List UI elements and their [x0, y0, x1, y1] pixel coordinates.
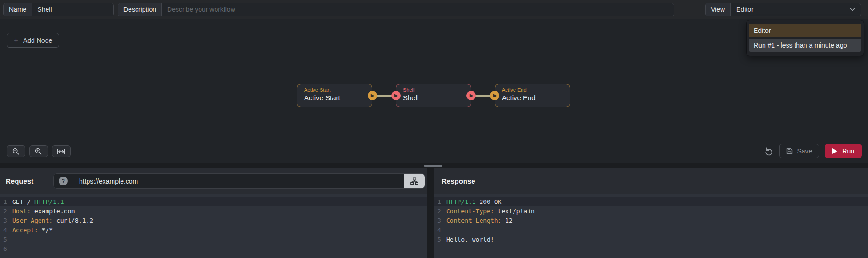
- workflow-canvas[interactable]: + Add Node Active StartActive Start▶Shel…: [0, 19, 868, 163]
- name-label: Name: [4, 3, 32, 16]
- zoom-out-button[interactable]: [7, 145, 25, 157]
- view-dropdown-item[interactable]: Run #1 - less than a minute ago: [749, 39, 861, 52]
- response-panel: Response 1HTTP/1.1 200 OK2Content-Type: …: [434, 168, 868, 258]
- request-title: Request: [0, 177, 53, 185]
- url-bar: ?: [53, 173, 425, 189]
- code-line: 3Content-Length: 12: [434, 216, 868, 225]
- add-node-button[interactable]: + Add Node: [7, 33, 59, 48]
- code-line: 3User-Agent: curl/8.1.2: [0, 216, 427, 225]
- line-number: 4: [0, 226, 12, 234]
- fit-width-icon: [56, 148, 66, 155]
- zoom-out-icon: [12, 147, 20, 156]
- code-line: 5: [0, 234, 427, 244]
- code-line: 6: [0, 244, 427, 253]
- port-arrow-icon: ▶: [470, 93, 474, 98]
- url-help-button[interactable]: ?: [54, 174, 73, 188]
- line-number: 6: [0, 245, 12, 252]
- port-arrow-icon: ▶: [394, 93, 398, 98]
- fit-view-button[interactable]: [52, 145, 71, 157]
- node-type-label: Shell: [403, 87, 471, 93]
- node-input-port[interactable]: ▶: [490, 91, 499, 100]
- top-bar: Name Description View Editor: [0, 0, 868, 19]
- name-field-group: Name: [3, 3, 114, 16]
- code-text: User-Agent: curl/8.1.2: [12, 217, 93, 224]
- code-line: 1GET / HTTP/1.1: [0, 197, 427, 206]
- response-code-viewer[interactable]: 1HTTP/1.1 200 OK2Content-Type: text/plai…: [434, 194, 868, 258]
- save-button[interactable]: Save: [779, 144, 819, 158]
- url-input[interactable]: [73, 174, 404, 188]
- node-title: Active Start: [304, 93, 372, 102]
- code-text: Content-Length: 12: [446, 217, 513, 224]
- description-label: Description: [118, 3, 162, 16]
- request-header: Request ?: [0, 168, 427, 194]
- line-number: 1: [0, 198, 12, 205]
- line-number: 1: [434, 198, 446, 205]
- canvas-zoom-controls: [7, 145, 71, 157]
- sitemap-button[interactable]: [404, 174, 425, 188]
- port-arrow-icon: ▶: [371, 93, 375, 98]
- line-number: 3: [434, 217, 446, 224]
- view-select-group: View Editor: [705, 3, 861, 16]
- description-field-group: Description: [118, 3, 674, 16]
- canvas-actions: Save Run: [764, 144, 862, 158]
- view-select-value: Editor: [736, 6, 754, 13]
- run-label: Run: [842, 147, 854, 155]
- code-text: Host: example.com: [12, 208, 75, 215]
- view-select[interactable]: Editor: [731, 3, 861, 16]
- play-icon: [832, 148, 837, 154]
- line-number: 3: [0, 217, 12, 224]
- description-input[interactable]: [162, 3, 674, 16]
- zoom-in-button[interactable]: [29, 145, 48, 157]
- line-number: 2: [0, 208, 12, 215]
- panel-divider: [0, 163, 868, 168]
- request-code-editor[interactable]: 1GET / HTTP/1.12Host: example.com3User-A…: [0, 194, 427, 258]
- run-button[interactable]: Run: [825, 144, 862, 158]
- workflow-node[interactable]: Active EndActive End▶: [495, 84, 570, 107]
- code-text: Accept: */*: [12, 226, 53, 234]
- code-text: Content-Type: text/plain: [446, 208, 535, 215]
- node-title: Shell: [403, 93, 471, 102]
- node-input-port[interactable]: ▶: [391, 91, 401, 100]
- code-line: 4: [434, 225, 868, 234]
- undo-icon: [764, 146, 773, 156]
- node-type-label: Active End: [502, 87, 570, 93]
- code-line: 4Accept: */*: [0, 225, 427, 234]
- view-label: View: [706, 3, 731, 16]
- node-output-port[interactable]: ▶: [466, 91, 476, 100]
- save-label: Save: [797, 147, 812, 155]
- zoom-in-icon: [34, 147, 43, 156]
- response-title: Response: [434, 177, 475, 185]
- response-header: Response: [434, 168, 868, 194]
- divider-grip[interactable]: [424, 165, 442, 167]
- undo-button[interactable]: [764, 146, 773, 156]
- view-dropdown-item[interactable]: Editor: [749, 24, 861, 37]
- sitemap-icon: [410, 177, 418, 185]
- port-arrow-icon: ▶: [493, 93, 497, 98]
- node-output-port[interactable]: ▶: [368, 91, 377, 100]
- bottom-panels: Request ?: [0, 168, 868, 258]
- save-icon: [786, 148, 793, 154]
- name-input[interactable]: [32, 3, 113, 16]
- workflow-node[interactable]: Active StartActive Start▶: [297, 84, 372, 107]
- view-dropdown-menu: EditorRun #1 - less than a minute ago: [746, 20, 864, 56]
- chevron-down-icon: [850, 8, 855, 11]
- add-node-label: Add Node: [23, 37, 52, 44]
- workflow-node[interactable]: ShellShell▶▶: [396, 84, 471, 107]
- question-icon: ?: [59, 177, 68, 185]
- plus-icon: +: [14, 36, 18, 44]
- line-number: 4: [434, 226, 446, 234]
- code-line: 2Host: example.com: [0, 206, 427, 216]
- line-number: 5: [0, 236, 12, 243]
- node-type-label: Active Start: [304, 87, 372, 93]
- code-text: Hello, world!: [446, 236, 494, 243]
- code-line: 1HTTP/1.1 200 OK: [434, 197, 868, 206]
- request-panel: Request ?: [0, 168, 427, 258]
- line-number: 5: [434, 236, 446, 243]
- code-line: 5Hello, world!: [434, 234, 868, 244]
- code-text: HTTP/1.1 200 OK: [446, 198, 501, 205]
- code-text: GET / HTTP/1.1: [12, 198, 64, 205]
- code-line: 2Content-Type: text/plain: [434, 206, 868, 216]
- node-title: Active End: [502, 93, 570, 102]
- line-number: 2: [434, 208, 446, 215]
